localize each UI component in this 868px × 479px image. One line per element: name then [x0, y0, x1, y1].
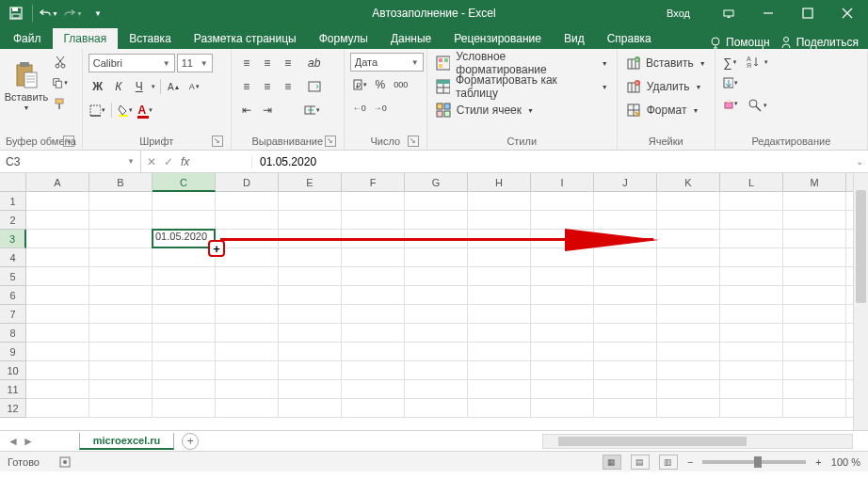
cell-G12[interactable]: [405, 399, 468, 418]
cell-C9[interactable]: [153, 343, 216, 361]
cell-B10[interactable]: [89, 361, 153, 380]
cell-M3[interactable]: [783, 230, 846, 248]
cell-L11[interactable]: [720, 380, 783, 399]
cell-C4[interactable]: [153, 248, 216, 267]
cell-K8[interactable]: [657, 324, 720, 343]
align-left-icon[interactable]: ≡: [237, 77, 256, 96]
row-header-6[interactable]: 6: [0, 286, 26, 305]
cell-A7[interactable]: [26, 305, 89, 324]
cell-D1[interactable]: [216, 192, 279, 211]
cell-L10[interactable]: [720, 361, 783, 380]
cell-D6[interactable]: [216, 286, 279, 305]
cancel-formula-icon[interactable]: ✕: [147, 155, 156, 168]
cell-D7[interactable]: [216, 305, 279, 324]
row-header-12[interactable]: 12: [0, 399, 26, 418]
cell-F11[interactable]: [342, 380, 405, 399]
cell-B4[interactable]: [89, 248, 153, 267]
cell-J11[interactable]: [594, 380, 657, 399]
column-header-J[interactable]: J: [594, 173, 657, 192]
sheet-nav-next-icon[interactable]: ►: [23, 435, 34, 448]
maximize-icon[interactable]: [789, 0, 827, 26]
cell-F1[interactable]: [342, 192, 405, 211]
alignment-launcher-icon[interactable]: ↘: [325, 136, 336, 147]
wrap-text-icon[interactable]: [305, 77, 324, 96]
save-icon[interactable]: [6, 3, 26, 24]
cell-I6[interactable]: [531, 286, 594, 305]
number-format-combo[interactable]: Дата▼: [350, 53, 424, 72]
sort-filter-icon[interactable]: АЯ▼: [746, 53, 770, 72]
cell-J10[interactable]: [594, 361, 657, 380]
cell-F5[interactable]: [342, 267, 405, 286]
cell-M5[interactable]: [783, 267, 846, 286]
cell-J7[interactable]: [594, 305, 657, 324]
tab-home[interactable]: Главная: [53, 28, 119, 49]
cell-D2[interactable]: [216, 211, 279, 230]
cell-E9[interactable]: [279, 343, 342, 361]
cell-B11[interactable]: [89, 380, 153, 399]
cell-E7[interactable]: [279, 305, 342, 324]
column-header-K[interactable]: K: [657, 173, 720, 192]
clear-icon[interactable]: ▼: [721, 94, 740, 113]
align-right-icon[interactable]: ≡: [279, 77, 297, 96]
cell-L1[interactable]: [720, 192, 783, 211]
cell-I9[interactable]: [531, 343, 594, 361]
cell-I11[interactable]: [531, 380, 594, 399]
decrease-decimal-icon[interactable]: →0: [371, 99, 390, 118]
cell-M11[interactable]: [783, 380, 846, 399]
cell-H11[interactable]: [468, 380, 531, 399]
cell-J9[interactable]: [594, 343, 657, 361]
cell-M8[interactable]: [783, 324, 846, 343]
cell-E10[interactable]: [279, 361, 342, 380]
tab-review[interactable]: Рецензирование: [442, 28, 553, 49]
fill-icon[interactable]: ▼: [721, 73, 740, 92]
tab-page-layout[interactable]: Разметка страницы: [183, 28, 308, 49]
cell-D10[interactable]: [216, 361, 279, 380]
cell-A3[interactable]: [26, 230, 89, 248]
cell-M7[interactable]: [783, 305, 846, 324]
tab-insert[interactable]: Вставка: [118, 28, 183, 49]
cell-C6[interactable]: [153, 286, 216, 305]
accept-formula-icon[interactable]: ✓: [164, 155, 173, 168]
name-box[interactable]: C3▼: [0, 151, 141, 172]
row-header-2[interactable]: 2: [0, 211, 26, 230]
cell-H6[interactable]: [468, 286, 531, 305]
cell-C2[interactable]: [153, 211, 216, 230]
cell-D5[interactable]: [216, 267, 279, 286]
align-bottom-icon[interactable]: ≡: [279, 54, 297, 72]
formula-input[interactable]: [252, 151, 851, 172]
font-name-combo[interactable]: Calibri▼: [88, 54, 175, 72]
format-as-table-button[interactable]: Форматировать как таблицу▼: [433, 76, 611, 97]
cell-B5[interactable]: [89, 267, 153, 286]
cell-I2[interactable]: [531, 211, 594, 230]
ribbon-options-icon[interactable]: [710, 0, 747, 26]
align-center-icon[interactable]: ≡: [258, 77, 277, 96]
cell-A10[interactable]: [26, 361, 89, 380]
cell-K5[interactable]: [657, 267, 720, 286]
cell-I8[interactable]: [531, 324, 594, 343]
column-header-M[interactable]: M: [783, 173, 846, 192]
cell-K12[interactable]: [657, 399, 720, 418]
indent-icon[interactable]: ⇥: [258, 101, 277, 120]
cell-F12[interactable]: [342, 399, 405, 418]
tab-view[interactable]: Вид: [553, 28, 596, 49]
bold-button[interactable]: Ж: [88, 77, 107, 96]
cell-C1[interactable]: [153, 192, 216, 211]
column-header-H[interactable]: H: [468, 173, 531, 192]
fill-color-icon[interactable]: ▼: [116, 101, 135, 120]
format-painter-icon[interactable]: [51, 94, 70, 113]
cell-I1[interactable]: [531, 192, 594, 211]
cell-F7[interactable]: [342, 305, 405, 324]
fx-icon[interactable]: fx: [181, 155, 189, 168]
font-size-combo[interactable]: 11▼: [177, 54, 213, 72]
merge-icon[interactable]: ▼: [303, 101, 322, 120]
cell-C10[interactable]: [153, 361, 216, 380]
row-header-9[interactable]: 9: [0, 343, 26, 361]
cell-A9[interactable]: [26, 343, 89, 361]
cell-D12[interactable]: [216, 399, 279, 418]
tab-file[interactable]: Файл: [2, 28, 53, 49]
cell-A5[interactable]: [26, 267, 89, 286]
cell-J4[interactable]: [594, 248, 657, 267]
row-header-1[interactable]: 1: [0, 192, 26, 211]
cell-K3[interactable]: [657, 230, 720, 248]
cell-E6[interactable]: [279, 286, 342, 305]
